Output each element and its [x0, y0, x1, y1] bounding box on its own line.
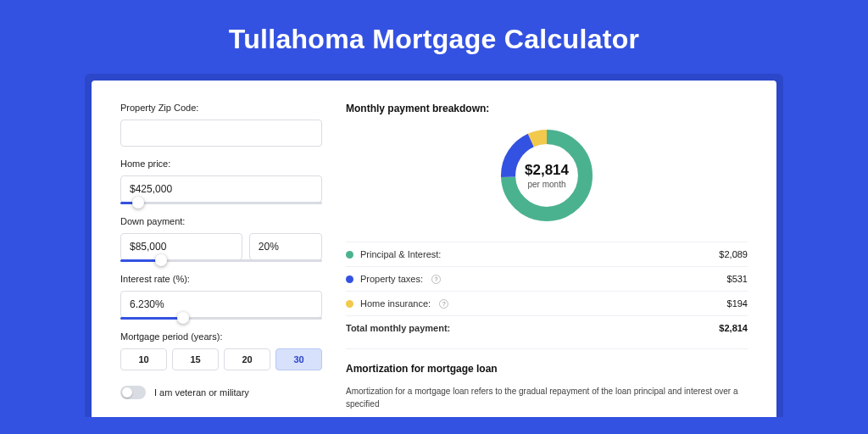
down-payment-label: Down payment: [120, 216, 322, 226]
home-price-field: Home price: [120, 159, 322, 204]
legend-label: Principal & Interest: [360, 249, 441, 259]
interest-rate-field: Interest rate (%): [120, 274, 322, 320]
veteran-toggle-knob [122, 387, 132, 398]
legend-value: $194 [727, 298, 748, 309]
legend-dot-icon [346, 300, 353, 308]
interest-rate-slider-fill [120, 317, 183, 320]
calculator-panel: Property Zip Code: Home price: Down paym… [92, 81, 776, 417]
veteran-label: I am veteran or military [154, 387, 249, 398]
legend-row: Principal & Interest:$2,089 [346, 242, 748, 266]
down-payment-input[interactable] [120, 233, 242, 260]
home-price-input[interactable] [120, 175, 322, 203]
donut-amount: $2,814 [525, 162, 569, 179]
legend-label: Home insurance: [360, 298, 431, 309]
home-price-slider[interactable] [120, 202, 322, 204]
donut-sub: per month [527, 180, 565, 189]
period-button-10[interactable]: 10 [120, 348, 167, 370]
legend-row: Home insurance:?$194 [346, 291, 748, 315]
legend-dot-icon [346, 275, 353, 283]
period-button-30[interactable]: 30 [275, 348, 322, 370]
donut-chart: $2,814 per month [496, 125, 598, 226]
interest-rate-input[interactable] [120, 291, 322, 318]
legend-row: Property taxes:?$531 [346, 266, 748, 291]
interest-rate-label: Interest rate (%): [120, 274, 322, 284]
period-button-20[interactable]: 20 [224, 348, 270, 370]
veteran-toggle[interactable] [120, 386, 146, 399]
home-price-label: Home price: [120, 159, 322, 169]
zip-label: Property Zip Code: [120, 103, 322, 113]
zip-field: Property Zip Code: [120, 103, 322, 147]
page-title: Tullahoma Mortgage Calculator [0, 0, 868, 74]
down-payment-slider[interactable] [120, 259, 322, 262]
donut-chart-area: $2,814 per month [346, 125, 748, 226]
amortization-title: Amortization for mortgage loan [346, 363, 748, 375]
interest-rate-slider-thumb[interactable] [177, 312, 189, 324]
home-price-slider-thumb[interactable] [132, 197, 144, 209]
legend-total-row: Total monthly payment: $2,814 [346, 315, 748, 340]
amortization-block: Amortization for mortgage loan Amortizat… [346, 348, 748, 410]
breakdown-title: Monthly payment breakdown: [346, 103, 748, 114]
legend-total-label: Total monthly payment: [346, 323, 450, 333]
results-column: Monthly payment breakdown: $2,814 per mo… [346, 103, 748, 410]
down-payment-field: Down payment: [120, 216, 322, 262]
info-icon[interactable]: ? [431, 275, 441, 284]
down-payment-slider-thumb[interactable] [155, 254, 167, 266]
zip-input[interactable] [120, 120, 322, 147]
legend-value: $531 [727, 274, 748, 284]
amortization-text: Amortization for a mortgage loan refers … [346, 385, 748, 410]
interest-rate-slider[interactable] [120, 317, 322, 320]
legend-total-value: $2,814 [719, 323, 748, 333]
down-payment-pct-input[interactable] [249, 233, 322, 260]
period-button-15[interactable]: 15 [172, 348, 219, 370]
period-field: Mortgage period (years): 10152030 [120, 331, 322, 370]
veteran-row: I am veteran or military [120, 386, 322, 399]
info-icon[interactable]: ? [439, 299, 448, 309]
form-column: Property Zip Code: Home price: Down paym… [120, 103, 322, 410]
legend-label: Property taxes: [360, 274, 423, 284]
donut-center: $2,814 per month [496, 125, 598, 226]
legend-dot-icon [346, 251, 353, 259]
panel-outer: Property Zip Code: Home price: Down paym… [85, 74, 783, 417]
legend-value: $2,089 [719, 249, 748, 259]
period-label: Mortgage period (years): [120, 331, 322, 342]
